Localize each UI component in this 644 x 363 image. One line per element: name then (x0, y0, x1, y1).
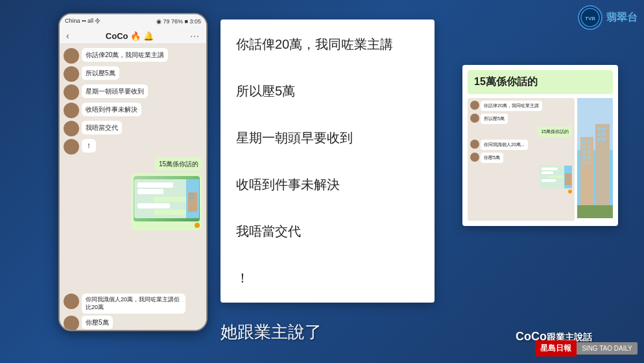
singtao-english: SING TAO DAILY (577, 342, 638, 355)
image-bubble (131, 173, 202, 231)
panel-line-6: ！ (236, 266, 419, 290)
table-row: 我唔當交代 (64, 121, 202, 136)
chat-messages: 你話俾20萬，我同咗業主講 所以壓5萬 星期一朝頭早要收到 收唔到件事未解決 我… (60, 44, 206, 291)
menu-button[interactable]: ··· (190, 31, 200, 41)
avatar (64, 294, 79, 309)
panel-line-5: 我唔當交代 (236, 219, 419, 243)
svg-rect-4 (137, 189, 163, 194)
right-panel-header: 15萬係你話的 (468, 70, 613, 94)
table-row: 所以壓5萬 (64, 66, 202, 82)
svg-rect-36 (602, 127, 605, 131)
bubble-sent: 15萬係你話的 (155, 157, 202, 171)
table-row: 你話俾20萬，我同咗業主講 (64, 48, 202, 64)
chat-name: CoCo 🔥 (106, 31, 141, 41)
svg-rect-18 (542, 179, 556, 182)
avatar (64, 66, 79, 82)
svg-rect-10 (189, 194, 191, 195)
svg-rect-26 (582, 145, 586, 149)
svg-text:TVB: TVB (585, 16, 595, 21)
svg-rect-16 (542, 171, 553, 174)
tvb-channel-label: 翡翠台 (606, 11, 638, 25)
panel-line-1: 你話俾20萬，我同咗業主講 (236, 32, 419, 56)
bubble-received: 星期一朝頭早要收到 (82, 84, 148, 98)
svg-rect-30 (582, 156, 586, 159)
svg-rect-38 (602, 132, 605, 136)
avatar (64, 103, 79, 118)
svg-rect-35 (597, 127, 601, 131)
avatar (64, 316, 79, 331)
mini-bubble: 你壓5萬 (481, 153, 503, 163)
bubble-received: 收唔到件事未解決 (82, 103, 141, 116)
table-row: 你同我識個人20萬，我同咗業主講佢比20萬 (64, 294, 202, 314)
panel-line-4: 收唔到件事未解決 (236, 173, 419, 196)
list-item: 你壓5萬 (470, 153, 572, 164)
panel-text-content: 你話俾20萬，我同咗業主講 所以壓5萬 星期一朝頭早要收到 收唔到件事未解決 我… (236, 32, 419, 290)
notification-icon: 🔔 (143, 31, 154, 41)
bubble-received: 你壓5萬 (82, 316, 113, 329)
list-item: 你話俾20萬，我同咗業主講 (470, 101, 572, 112)
avatar (470, 153, 479, 162)
avatar (470, 101, 479, 110)
tvb-icon: TVB (578, 5, 602, 30)
list-item (470, 166, 572, 188)
bubble-received: ！ (82, 139, 96, 153)
svg-rect-39 (597, 138, 601, 141)
svg-rect-29 (587, 151, 590, 154)
mini-chat-preview: 你話俾20萬，我同咗業主講 所以壓5萬 15萬係你話的 你同我識個人20萬...… (468, 98, 575, 221)
table-row: 你壓5萬 (64, 316, 202, 331)
svg-rect-28 (582, 151, 586, 154)
tvb-logo: TVB 翡翠台 (578, 5, 638, 30)
right-panel: 15萬係你話的 你話俾20萬，我同咗業主講 所以壓5萬 15萬係你話的 你同我識… (462, 65, 618, 226)
avatar (64, 48, 79, 64)
right-panel-body: 你話俾20萬，我同咗業主講 所以壓5萬 15萬係你話的 你同我識個人20萬...… (468, 98, 613, 221)
list-item: 所以壓5萬 (470, 114, 572, 125)
svg-rect-15 (542, 168, 558, 170)
mini-bubble: 你話俾20萬，我同咗業主講 (481, 101, 542, 111)
svg-rect-25 (587, 140, 590, 144)
battery-icon: ◉ 79 76% ■ (156, 18, 188, 25)
panel-line-2: 所以壓5萬 (236, 79, 419, 103)
svg-rect-13 (192, 197, 194, 199)
notification-dot (195, 223, 200, 228)
avatar (470, 114, 479, 123)
svg-rect-20 (565, 173, 571, 185)
svg-rect-41 (577, 205, 613, 218)
list-item: 你同我識個人20萬... (470, 140, 572, 151)
status-bar: China ▪▪ all 令 ◉ 79 76% ■ 3:05 (60, 14, 206, 28)
back-button[interactable]: ‹ (66, 31, 69, 41)
avatar (64, 139, 79, 155)
bubble-received: 所以壓5萬 (82, 66, 119, 80)
bubble-received: 你同我識個人20萬，我同咗業主講佢比20萬 (82, 294, 185, 314)
svg-rect-37 (597, 132, 601, 136)
building-image-column (577, 98, 613, 221)
table-row (64, 173, 202, 231)
svg-rect-6 (137, 203, 170, 208)
table-row: 15萬係你話的 (64, 157, 202, 171)
avatar (64, 84, 79, 100)
carrier-text: China ▪▪ all 令 (65, 17, 101, 25)
time-display: 3:05 (189, 18, 201, 25)
mini-image-bubble (540, 166, 572, 188)
status-icons: ◉ 79 76% ■ 3:05 (156, 18, 201, 25)
svg-rect-40 (602, 138, 605, 141)
singtao-watermark: 星島日報 SING TAO DAILY (535, 340, 638, 357)
svg-rect-32 (582, 161, 586, 164)
singtao-logo: 星島日報 (535, 340, 577, 357)
table-row: 星期一朝頭早要收到 (64, 84, 202, 100)
caption-left-text: 她跟業主說了 (221, 322, 322, 342)
svg-rect-31 (587, 156, 590, 159)
notification-dot (568, 190, 572, 194)
svg-rect-12 (189, 197, 191, 199)
caption-left: 她跟業主說了 (221, 321, 322, 344)
table-row: 收唔到件事未解決 (64, 103, 202, 118)
svg-rect-3 (137, 182, 173, 188)
table-row: ！ (64, 139, 202, 155)
text-panel: 你話俾20萬，我同咗業主講 所以壓5萬 星期一朝頭早要收到 收唔到件事未解決 我… (221, 19, 435, 303)
chat-screenshot-image (134, 176, 200, 221)
mini-bubble-sent: 15萬係你話的 (538, 127, 572, 137)
mini-bubble: 你同我識個人20萬... (481, 140, 528, 150)
mini-bubble: 所以壓5萬 (481, 114, 508, 124)
list-item: 15萬係你話的 (470, 127, 572, 138)
svg-rect-27 (587, 145, 590, 149)
panel-line-3: 星期一朝頭早要收到 (236, 126, 419, 149)
